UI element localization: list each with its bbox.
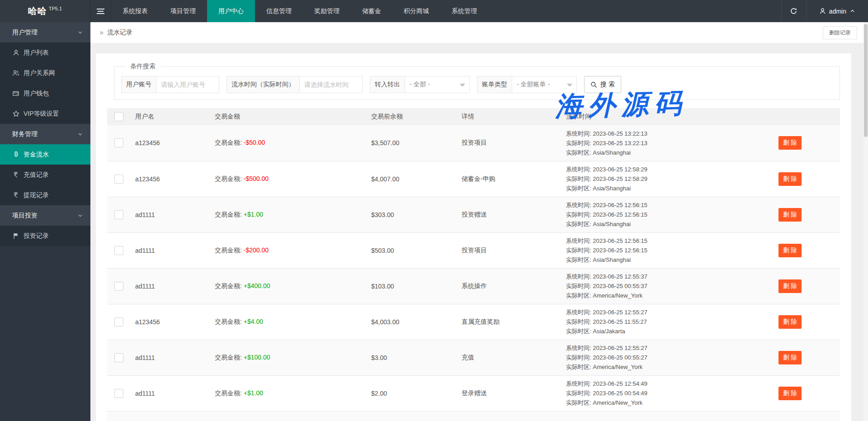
amount-prefix: 交易金额: (215, 175, 244, 182)
sidebar-item-label: 投资记录 (24, 232, 49, 240)
scrollbar-thumb[interactable] (864, 24, 868, 137)
search-field-label: 流水时间（实际时间） (226, 76, 300, 93)
star-icon (12, 110, 19, 117)
delete-button[interactable]: 删 除 (778, 315, 802, 329)
select-all-checkbox[interactable] (114, 112, 123, 121)
delete-button[interactable]: 删 除 (778, 136, 802, 150)
sidebar-group-label: 项目投资 (12, 212, 38, 220)
action-cell: 删 除 (772, 340, 840, 375)
refresh-button[interactable] (781, 0, 807, 22)
rupee-icon (12, 192, 19, 199)
time-line-system: 系统时间: 2023-06-25 12:58:29 (566, 165, 772, 174)
row-checkbox[interactable] (114, 317, 123, 326)
sidebar-group-header[interactable]: 项目投资 (0, 205, 90, 226)
delete-button[interactable]: 删 除 (778, 208, 802, 222)
navbar-item[interactable]: 奖励管理 (303, 0, 351, 22)
search-field: 转入转出- 全部 - (370, 76, 470, 93)
breadcrumb-bar: » 流水记录 删除记录 (90, 22, 868, 43)
navbar-item[interactable]: 储蓄金 (351, 0, 392, 22)
action-cell: 删 除 (772, 161, 840, 197)
sidebar-group-header[interactable]: 财务管理 (0, 124, 90, 144)
hamburger-menu-icon[interactable] (90, 0, 111, 22)
row-checkbox[interactable] (114, 175, 123, 184)
user-icon (12, 49, 19, 56)
detail-cell: 投资项目 (456, 232, 561, 268)
user-dropdown[interactable]: admin (807, 0, 868, 22)
table-header-cell: 交易金额 (209, 108, 366, 125)
delete-button[interactable]: 删 除 (778, 279, 802, 293)
amount-prefix: 交易金额: (215, 389, 244, 397)
delete-records-button[interactable]: 删除记录 (823, 26, 857, 39)
username-cell: a123456 (130, 125, 209, 161)
sidebar-item[interactable]: 用户钱包 (0, 83, 90, 104)
sidebar-group-header[interactable]: 用户管理 (0, 22, 90, 43)
time-line-system: 系统时间: 2023-06-25 12:56:15 (566, 200, 772, 210)
search-select[interactable]: - 全部账单 - (512, 76, 577, 93)
sidebar-item[interactable]: 用户列表 (0, 43, 90, 63)
amount-cell: 交易金额: +$1.00 (209, 197, 366, 232)
amount-cell (209, 411, 366, 421)
sidebar-item-label: 充值记录 (24, 171, 49, 179)
amount-prefix: 交易金额: (215, 211, 244, 218)
caret-down-icon (460, 84, 465, 87)
time-line-timezone: 实际时区: Asia/Shanghai (566, 184, 772, 193)
navbar-item[interactable]: 系统报表 (111, 0, 159, 22)
navbar-item[interactable]: 项目管理 (159, 0, 207, 22)
row-checkbox[interactable] (114, 282, 123, 291)
time-line-actual: 实际时间: 2023-06-25 13:22:13 (566, 138, 772, 148)
delete-button[interactable]: 删 除 (778, 387, 802, 400)
sidebar-item[interactable]: VIP等级设置 (0, 104, 90, 124)
navbar-item[interactable]: 积分商城 (392, 0, 440, 22)
time-line-system: 系统时间: 2023-06-25 12:55:27 (566, 343, 772, 353)
time-line-actual: 实际时间: 2023-06-25 00:55:37 (566, 281, 772, 291)
chevron-down-icon (77, 213, 83, 218)
navbar-item[interactable]: 信息管理 (255, 0, 303, 22)
detail-cell: 投资赠送 (456, 197, 561, 232)
navbar-item[interactable]: 用户中心 (207, 0, 255, 22)
sidebar-item[interactable]: 用户关系网 (0, 63, 90, 83)
search-form-row: 用户账号流水时间（实际时间）转入转出- 全部 -账单类型- 全部账单 -搜 索 (121, 76, 833, 93)
table-row: ad1111交易金额: +$1.00$303.00投资赠送系统时间: 2023-… (107, 197, 840, 232)
time-cell: 系统时间: 2023-06-25 12:55:27实际时间: 2023-06-2… (561, 340, 772, 375)
search-input[interactable] (156, 76, 219, 93)
delete-button[interactable]: 删 除 (778, 244, 802, 257)
time-line-actual: 实际时间: 2023-06-25 00:55:27 (566, 353, 772, 362)
sidebar-item[interactable]: 资金流水 (0, 144, 90, 165)
row-checkbox[interactable] (114, 210, 123, 219)
balance-cell: $303.00 (366, 197, 456, 232)
table-header-cell: 流水时间 (561, 108, 772, 125)
delete-button[interactable]: 删 除 (778, 351, 802, 364)
sidebar-item[interactable]: 充值记录 (0, 165, 90, 185)
row-checkbox-cell (107, 411, 130, 421)
detail-cell: 储蓄金-申购 (456, 161, 561, 197)
amount-cell: 交易金额: -$50.00 (209, 125, 366, 161)
sidebar-group-label: 财务管理 (12, 130, 38, 138)
row-checkbox[interactable] (114, 353, 123, 362)
sidebar-item-label: 资金流水 (24, 151, 49, 159)
row-checkbox[interactable] (114, 138, 123, 147)
row-checkbox[interactable] (114, 389, 123, 398)
delete-button[interactable]: 删 除 (778, 172, 802, 186)
amount-value: +$1.00 (244, 211, 263, 218)
sidebar-item[interactable]: 提现记录 (0, 185, 90, 205)
time-cell: 系统时间: 2023-06-25 12:56:15实际时间: 2023-06-2… (561, 232, 772, 268)
table-row: ad1111交易金额: +$100.00$3.00充值系统时间: 2023-06… (107, 340, 840, 375)
balance-cell: $4,003.00 (366, 304, 456, 340)
table-header-cell: 交易前余额 (366, 108, 456, 125)
amount-prefix: 交易金额: (215, 318, 244, 325)
navbar-item[interactable]: 系统管理 (440, 0, 488, 22)
amount-cell: 交易金额: +$4.00 (209, 304, 366, 340)
search-button[interactable]: 搜 索 (584, 76, 621, 93)
row-checkbox-cell (107, 268, 130, 304)
users-icon (12, 70, 19, 76)
detail-cell (456, 411, 561, 421)
search-input[interactable] (299, 76, 363, 93)
search-field: 账单类型- 全部账单 - (477, 76, 577, 93)
breadcrumb-arrow-icon: » (99, 28, 104, 37)
detail-cell: 投资项目 (456, 125, 561, 161)
search-field: 流水时间（实际时间） (226, 76, 363, 93)
search-select[interactable]: - 全部 - (405, 76, 470, 93)
row-checkbox[interactable] (114, 246, 123, 255)
chevron-down-icon (77, 131, 83, 137)
sidebar-item[interactable]: 投资记录 (0, 226, 90, 246)
